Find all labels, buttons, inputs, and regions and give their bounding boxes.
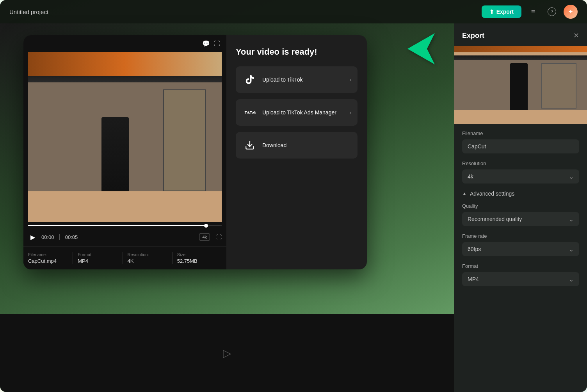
topbar: Untitled project ⬆ Export ≡ ? ✦ xyxy=(0,0,587,23)
fullscreen-button[interactable]: ⛶ xyxy=(216,234,222,240)
arrow-indicator xyxy=(400,31,439,68)
format-field-label: Format xyxy=(462,263,579,269)
person-silhouette xyxy=(101,117,129,191)
upload-tiktok-ads-button[interactable]: TikTok Ads Upload to TikTok Ads Manager … xyxy=(236,99,358,126)
export-button[interactable]: ⬆ Export xyxy=(482,5,521,18)
share-section: Your video is ready! Upload to TikTok › xyxy=(226,35,367,269)
bottom-play-button[interactable]: ▷ xyxy=(223,347,231,360)
format-select[interactable]: MP4 MOV AVI xyxy=(462,272,579,286)
filename-field-group: Filename xyxy=(462,130,579,153)
video-toolbar: 💬 ⛶ xyxy=(23,35,226,52)
framerate-select[interactable]: 60fps 30fps 24fps xyxy=(462,242,579,256)
time-separator: | xyxy=(59,233,60,241)
meta-filename: Filename: CapCut.mp4 xyxy=(28,252,73,264)
user-avatar-button[interactable]: ✦ xyxy=(564,5,578,19)
total-time: 00:05 xyxy=(65,234,78,240)
chevron-right-icon: › xyxy=(349,77,351,83)
download-label: Download xyxy=(262,142,286,148)
size-label: Size: xyxy=(177,252,217,257)
quality-select-wrapper: Recommended quality Low quality High qua… xyxy=(462,212,579,226)
chevron-right-tiktok-ads-icon: › xyxy=(349,109,351,116)
play-icon: ▶ xyxy=(30,233,35,241)
video-player xyxy=(28,52,222,222)
expand-icon-button[interactable]: ⛶ xyxy=(214,40,220,47)
preview-door xyxy=(541,63,576,109)
export-panel-header: Export ✕ xyxy=(454,23,587,46)
collapse-icon: ▲ xyxy=(462,191,467,196)
resolution-label: Resolution: xyxy=(128,252,167,257)
resolution-select[interactable]: 4k 2K 1080p 720p xyxy=(462,169,579,184)
quality-field-label: Quality xyxy=(462,203,579,209)
advanced-settings-toggle[interactable]: ▲ Advanced settings xyxy=(462,191,514,197)
progress-bar-container[interactable] xyxy=(23,222,226,229)
comment-icon: 💬 xyxy=(202,40,210,47)
close-icon: ✕ xyxy=(573,32,579,39)
avatar-icon: ✦ xyxy=(568,9,573,15)
top-bar xyxy=(28,52,222,76)
quality-select[interactable]: Recommended quality Low quality High qua… xyxy=(462,212,579,226)
meta-format: Format: MP4 xyxy=(73,252,122,264)
filename-value: CapCut.mp4 xyxy=(28,258,68,264)
preview-top-bar xyxy=(454,46,587,52)
resolution-field-group: Resolution 4k 2K 1080p 720p xyxy=(462,160,579,184)
topbar-right: ⬆ Export ≡ ? ✦ xyxy=(482,5,578,19)
help-button[interactable]: ? xyxy=(545,5,559,19)
app-container: Untitled project ⬆ Export ≡ ? ✦ ▷ xyxy=(0,0,587,392)
panel-body: Filename Resolution 4k 2K 1080p 720p xyxy=(454,124,587,299)
framerate-field-group: Frame rate 60fps 30fps 24fps xyxy=(462,233,579,256)
dialog-content: 💬 ⛶ xyxy=(23,35,367,269)
progress-bar-track[interactable] xyxy=(28,225,222,226)
preview-frame xyxy=(454,46,587,124)
format-value: MP4 xyxy=(78,258,117,264)
export-panel: Export ✕ Filename xyxy=(454,23,587,392)
preview-person xyxy=(510,63,528,110)
current-time: 00:00 xyxy=(41,234,54,240)
project-title: Untitled project xyxy=(9,9,48,15)
tiktok-icon xyxy=(243,73,257,87)
comment-icon-button[interactable]: 💬 xyxy=(202,40,210,47)
play-button[interactable]: ▶ xyxy=(28,232,37,242)
filename-field-label: Filename xyxy=(462,130,579,136)
meta-resolution: Resolution: 4K xyxy=(123,252,172,264)
resolution-field-label: Resolution xyxy=(462,160,579,166)
bottom-editor: ▷ xyxy=(0,314,454,392)
upload-tiktok-button[interactable]: Upload to TikTok › xyxy=(236,66,358,93)
export-icon: ⬆ xyxy=(489,9,494,15)
resolution-select-wrapper: 4k 2K 1080p 720p xyxy=(462,169,579,184)
progress-dot xyxy=(204,224,208,228)
main-content: ▷ 💬 ⛶ xyxy=(0,23,587,392)
video-controls: ▶ 00:00 | 00:05 4k ⛶ xyxy=(23,229,226,246)
video-thumbnail xyxy=(28,52,222,222)
play-icon: ▷ xyxy=(223,347,231,359)
tiktok-label: Upload to TikTok xyxy=(262,77,303,83)
download-icon xyxy=(243,138,257,152)
quality-field-group: Quality Recommended quality Low quality … xyxy=(462,203,579,226)
stacked-menu-button[interactable]: ≡ xyxy=(526,5,540,19)
svg-marker-4 xyxy=(407,33,435,64)
filename-label: Filename: xyxy=(28,252,68,257)
fullscreen-icon: ⛶ xyxy=(216,234,222,240)
video-meta: Filename: CapCut.mp4 Format: MP4 Resolut… xyxy=(23,246,226,269)
export-dialog: 💬 ⛶ xyxy=(23,35,367,269)
framerate-select-wrapper: 60fps 30fps 24fps xyxy=(462,242,579,256)
tiktok-ads-label: Upload to TikTok Ads Manager xyxy=(262,109,336,116)
tiktok-ads-icon: TikTok Ads xyxy=(243,105,257,119)
stacked-menu-icon: ≡ xyxy=(531,8,535,16)
export-preview xyxy=(454,46,587,124)
topbar-left: Untitled project xyxy=(9,9,48,15)
size-value: 52.75MB xyxy=(177,258,217,264)
download-button[interactable]: Download xyxy=(236,132,358,159)
ready-title: Your video is ready! xyxy=(236,47,358,57)
train-door xyxy=(163,89,206,191)
close-button[interactable]: ✕ xyxy=(573,31,579,40)
resolution-value: 4K xyxy=(128,258,167,264)
progress-bar-fill xyxy=(28,225,206,226)
format-label: Format: xyxy=(78,252,117,257)
meta-size: Size: 52.75MB xyxy=(172,252,222,264)
help-icon: ? xyxy=(548,7,556,16)
expand-icon: ⛶ xyxy=(214,40,220,47)
framerate-field-label: Frame rate xyxy=(462,233,579,239)
format-field-group: Format MP4 MOV AVI xyxy=(462,263,579,286)
quality-badge: 4k xyxy=(199,233,210,241)
filename-input[interactable] xyxy=(462,139,579,153)
